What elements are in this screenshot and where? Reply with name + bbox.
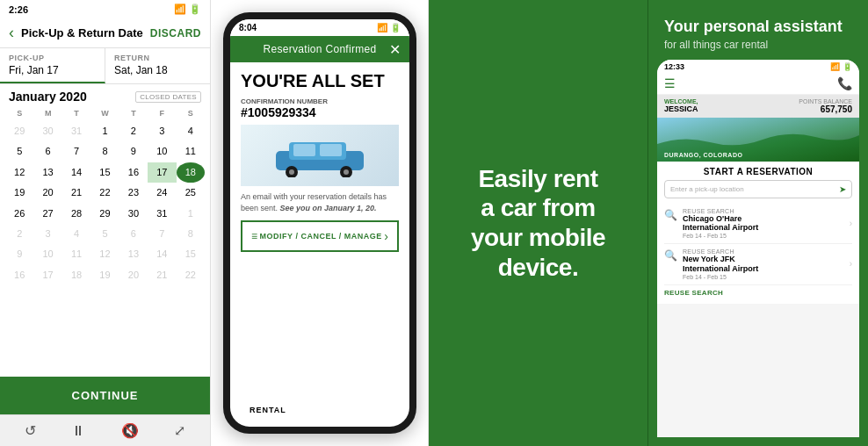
reuse-search-item-1[interactable]: 🔍 REUSE SEARCH Chicago O'HareInternation… bbox=[664, 204, 852, 245]
cal-cell[interactable]: 8 bbox=[177, 224, 205, 244]
search-icon-2: 🔍 bbox=[664, 249, 677, 262]
continue-button[interactable]: CONTINUE bbox=[0, 377, 210, 414]
rotate-icon[interactable]: ⤢ bbox=[174, 422, 185, 439]
green-middle-panel: Easily renta car fromyour mobiledevice. bbox=[429, 0, 648, 446]
cal-cell[interactable]: 7 bbox=[62, 141, 90, 162]
reuse-search-label-2: REUSE SEARCH bbox=[683, 248, 758, 255]
cal-cell-end[interactable]: 18 bbox=[177, 162, 205, 183]
cal-cell[interactable]: 19 bbox=[90, 265, 119, 285]
cal-cell[interactable]: 14 bbox=[62, 162, 90, 183]
cal-cell[interactable]: 8 bbox=[90, 141, 119, 162]
cal-cell[interactable]: 20 bbox=[33, 183, 61, 203]
close-button[interactable]: ✕ bbox=[389, 41, 401, 58]
cal-cell[interactable]: 19 bbox=[5, 183, 33, 203]
phone-frame-2: 8:04 📶 🔋 Reservation Confirmed ✕ YOU'RE … bbox=[223, 12, 416, 434]
cal-cell[interactable]: 29 bbox=[5, 121, 33, 141]
chevron-right-icon-1: › bbox=[850, 219, 852, 228]
asst-time: 12:33 bbox=[664, 62, 684, 71]
conf-time: 8:04 bbox=[239, 23, 257, 32]
cal-cell[interactable]: 7 bbox=[148, 224, 176, 244]
cal-cell[interactable]: 10 bbox=[148, 141, 176, 162]
pickup-section[interactable]: PICK-UP Fri, Jan 17 bbox=[0, 48, 105, 83]
asst-icons: 📶 🔋 bbox=[830, 62, 852, 71]
reuse-search-item-2[interactable]: 🔍 REUSE SEARCH New York JFKInternational… bbox=[664, 244, 852, 285]
svg-point-5 bbox=[344, 169, 349, 175]
assistant-title: Your personal assistant bbox=[664, 18, 852, 37]
cal-cell[interactable]: 12 bbox=[90, 244, 119, 264]
cal-cell[interactable]: 13 bbox=[33, 162, 61, 183]
cal-cell[interactable]: 4 bbox=[62, 224, 90, 244]
return-label: RETURN bbox=[114, 54, 201, 62]
cal-cell[interactable]: 21 bbox=[148, 265, 176, 285]
return-section[interactable]: RETURN Sat, Jan 18 bbox=[105, 48, 210, 83]
cal-cell[interactable]: 30 bbox=[33, 121, 61, 141]
car-svg bbox=[267, 133, 373, 177]
cal-cell[interactable]: 18 bbox=[62, 265, 90, 285]
conf-status-bar: 8:04 📶 🔋 bbox=[230, 19, 409, 36]
cal-cell[interactable]: 20 bbox=[119, 265, 148, 285]
cal-cell[interactable]: 25 bbox=[177, 183, 205, 203]
cal-cell[interactable]: 5 bbox=[90, 224, 119, 244]
cal-cell[interactable]: 2 bbox=[119, 121, 148, 141]
cal-cell[interactable]: 3 bbox=[33, 224, 61, 244]
assistant-content: START A RESERVATION Enter a pick-up loca… bbox=[657, 162, 859, 304]
cal-cell[interactable]: 21 bbox=[62, 183, 90, 203]
cal-cell[interactable]: 5 bbox=[5, 141, 33, 162]
return-date: Sat, Jan 18 bbox=[114, 64, 201, 76]
cal-cell[interactable]: 10 bbox=[33, 244, 61, 264]
cal-cell[interactable]: 22 bbox=[177, 265, 205, 285]
cal-cell[interactable]: 11 bbox=[62, 244, 90, 264]
cal-cell[interactable]: 15 bbox=[90, 162, 119, 183]
cal-cell[interactable]: 9 bbox=[119, 141, 148, 162]
mute-icon[interactable]: 🔇 bbox=[121, 422, 139, 439]
cal-cell[interactable]: 23 bbox=[119, 183, 148, 203]
cal-cell[interactable]: 2 bbox=[5, 224, 33, 244]
cal-cell[interactable]: 24 bbox=[148, 183, 176, 203]
assistant-subtitle: for all things car rental bbox=[664, 39, 852, 51]
cal-cell[interactable]: 22 bbox=[90, 183, 119, 203]
cal-cell[interactable]: 1 bbox=[90, 121, 119, 141]
cal-cell[interactable]: 4 bbox=[177, 121, 205, 141]
calendar-panel: 2:26 📶 🔋 ‹ Pick-Up & Return Date DISCARD… bbox=[0, 0, 211, 446]
pickup-label: PICK-UP bbox=[9, 54, 96, 62]
day-name-f: F bbox=[148, 107, 176, 119]
cal-cell[interactable]: 9 bbox=[5, 244, 33, 264]
pause-icon[interactable]: ⏸ bbox=[71, 423, 85, 439]
cal-cell[interactable]: 31 bbox=[148, 204, 176, 224]
cal-cell[interactable]: 6 bbox=[33, 141, 61, 162]
discard-button[interactable]: DISCARD bbox=[150, 27, 201, 40]
pickup-date: Fri, Jan 17 bbox=[9, 64, 96, 76]
confirmation-panel: 8:04 📶 🔋 Reservation Confirmed ✕ YOU'RE … bbox=[211, 0, 429, 446]
rental-label: RENTAL bbox=[250, 406, 286, 414]
cal-cell[interactable]: 29 bbox=[90, 204, 119, 224]
status-icons: 📶 🔋 bbox=[174, 4, 201, 15]
cal-cell[interactable]: 1 bbox=[177, 204, 205, 224]
cal-cell[interactable]: 13 bbox=[119, 244, 148, 264]
cal-cell[interactable]: 16 bbox=[5, 265, 33, 285]
search-pickup-box[interactable]: Enter a pick-up location ➤ bbox=[664, 180, 852, 198]
cal-cell[interactable]: 12 bbox=[5, 162, 33, 183]
hamburger-icon[interactable]: ☰ bbox=[664, 76, 676, 90]
airport-dates-1: Feb 14 - Feb 15 bbox=[683, 233, 758, 239]
refresh-icon[interactable]: ↺ bbox=[25, 422, 36, 439]
search-icon-1: 🔍 bbox=[664, 209, 677, 221]
phone-call-icon[interactable]: 📞 bbox=[837, 76, 852, 90]
cal-cell[interactable]: 27 bbox=[33, 204, 61, 224]
location-icon: ➤ bbox=[839, 184, 846, 194]
cal-cell[interactable]: 6 bbox=[119, 224, 148, 244]
cal-cell[interactable]: 16 bbox=[119, 162, 148, 183]
cal-cell[interactable]: 11 bbox=[177, 141, 205, 162]
cal-cell[interactable]: 15 bbox=[177, 244, 205, 264]
cal-cell[interactable]: 14 bbox=[148, 244, 176, 264]
cal-cell[interactable]: 17 bbox=[33, 265, 61, 285]
welcome-label: WELCOME, bbox=[664, 98, 698, 104]
cal-cell[interactable]: 30 bbox=[119, 204, 148, 224]
cal-cell[interactable]: 26 bbox=[5, 204, 33, 224]
cal-cell[interactable]: 31 bbox=[62, 121, 90, 141]
back-button[interactable]: ‹ bbox=[9, 24, 14, 42]
cal-cell[interactable]: 3 bbox=[148, 121, 176, 141]
modify-cancel-manage-button[interactable]: ≡ MODIFY / CANCEL / MANAGE › bbox=[241, 220, 399, 252]
cal-cell[interactable]: 28 bbox=[62, 204, 90, 224]
day-name-w: W bbox=[90, 107, 119, 119]
cal-cell-range[interactable]: 17 bbox=[148, 162, 176, 183]
